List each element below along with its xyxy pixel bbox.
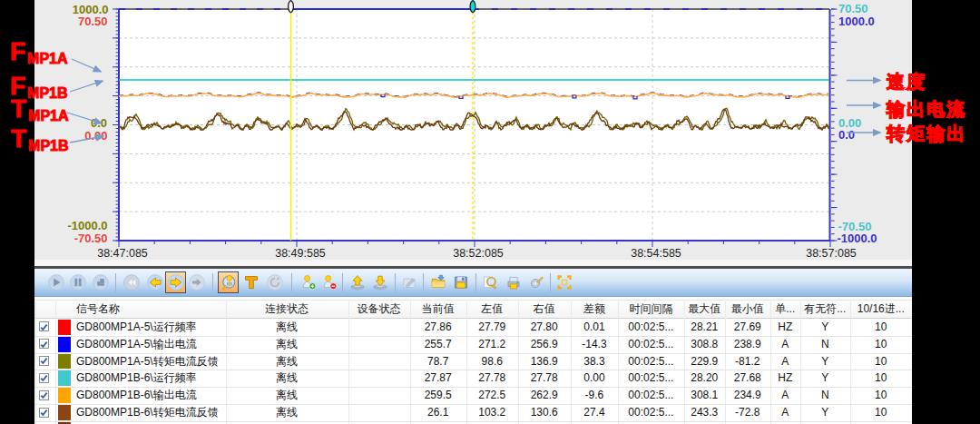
svg-text:38:54:585: 38:54:585 — [631, 247, 681, 260]
svg-text:-70.50: -70.50 — [74, 232, 108, 245]
svg-text:0.00: 0.00 — [84, 129, 107, 143]
svg-text:1000.0: 1000.0 — [838, 15, 875, 28]
svg-text:-1000.0: -1000.0 — [838, 232, 877, 245]
svg-text:38:57:085: 38:57:085 — [806, 247, 857, 260]
svg-text:38:49:585: 38:49:585 — [275, 247, 326, 260]
svg-text:38:52:085: 38:52:085 — [453, 247, 504, 260]
svg-text:38:47:085: 38:47:085 — [97, 247, 148, 260]
svg-text:70.50: 70.50 — [78, 15, 108, 28]
svg-text:0.0: 0.0 — [838, 128, 855, 142]
svg-text:70.50: 70.50 — [838, 2, 868, 15]
